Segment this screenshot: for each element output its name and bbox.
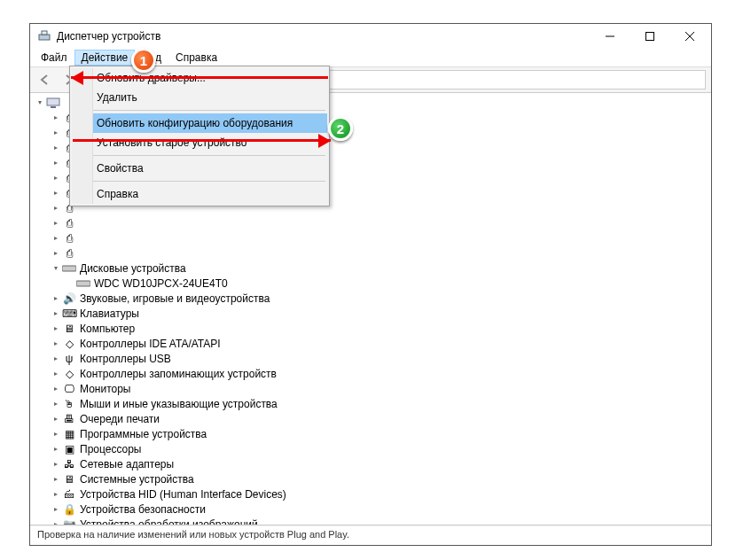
hid-icon: 🖮: [62, 487, 76, 502]
status-bar: Проверка на наличие изменений или новых …: [30, 525, 711, 545]
tree-label: Контроллеры IDE ATA/ATAPI: [80, 338, 221, 350]
security-icon: 🔒: [62, 502, 76, 517]
tree-label: Программные устройства: [80, 428, 207, 440]
mouse-icon: 🖱: [62, 397, 76, 411]
menu-file[interactable]: Файл: [34, 50, 74, 66]
maximize-button[interactable]: [630, 24, 669, 49]
tree-node[interactable]: ▸⎙: [30, 215, 711, 230]
tree-node[interactable]: ▸🖥Системные устройства: [30, 471, 711, 486]
tree-leaf-disk[interactable]: WDC WD10JPCX-24UE4T0: [30, 276, 711, 291]
network-icon: 🖧: [62, 457, 76, 471]
tree-label: Контроллеры USB: [80, 353, 171, 365]
app-icon: [37, 29, 51, 43]
software-icon: ▦: [62, 427, 76, 441]
tree-label: Звуковые, игровые и видеоустройства: [80, 292, 270, 305]
callout-marker-1: 1: [131, 48, 156, 73]
controller-icon: ◇: [62, 337, 76, 351]
tree-node-disk-drives[interactable]: ▾Дисковые устройства: [30, 261, 711, 276]
menu-scan-hardware[interactable]: Обновить конфигурацию оборудования: [72, 113, 327, 133]
keyboard-icon: ⌨: [62, 307, 76, 321]
tree-label: Мыши и иные указывающие устройства: [80, 398, 278, 410]
tree-node[interactable]: ▸🔒Устройства безопасности: [30, 502, 711, 517]
menu-properties[interactable]: Свойства: [72, 159, 327, 178]
monitor-icon: 🖵: [62, 382, 76, 396]
tree-node[interactable]: ▸◇Контроллеры запоминающих устройств: [30, 366, 711, 381]
computer-icon: [46, 96, 60, 110]
callout-arrowhead-2: [318, 134, 331, 148]
tree-node[interactable]: ▸🖵Мониторы: [30, 381, 711, 396]
device-icon: ⎙: [62, 231, 76, 245]
menu-add-legacy[interactable]: Установить старое устройство: [72, 133, 327, 152]
disk-icon: [76, 276, 90, 291]
tree-label: Дисковые устройства: [80, 262, 186, 275]
menu-separator: [74, 155, 325, 156]
window-title: Диспетчер устройств: [57, 30, 590, 43]
svg-rect-9: [51, 106, 56, 108]
svg-rect-10: [62, 266, 76, 271]
tree-label: Сетевые адаптеры: [80, 458, 174, 471]
device-icon: ⎙: [62, 246, 76, 261]
tree-node[interactable]: ▸⌨Клавиатуры: [30, 306, 711, 321]
menu-icon-column: [72, 68, 93, 204]
tree-label: Устройства обработки изображений: [80, 518, 258, 526]
tree-node[interactable]: ▸◇Контроллеры IDE ATA/ATAPI: [30, 336, 711, 351]
system-icon: 🖥: [62, 472, 76, 486]
menu-label: Удалить: [97, 91, 137, 104]
tree-node[interactable]: ▸🖶Очереди печати: [30, 411, 711, 426]
tree-node[interactable]: ▸⎙: [30, 230, 711, 245]
menu-help[interactable]: Справка: [168, 50, 224, 66]
tree-node[interactable]: ▸ψКонтроллеры USB: [30, 351, 711, 366]
menu-help[interactable]: Справка: [72, 184, 327, 204]
tree-node[interactable]: ▸🖮Устройства HID (Human Interface Device…: [30, 486, 711, 502]
tree-label: Очереди печати: [80, 413, 160, 425]
menu-separator: [74, 110, 325, 111]
storage-icon: ◇: [62, 367, 76, 381]
callout-arrow-1: [71, 76, 328, 79]
svg-rect-0: [39, 35, 50, 40]
tree-label: Клавиатуры: [80, 307, 139, 320]
tree-node[interactable]: ▸▦Программные устройства: [30, 426, 711, 441]
device-icon: ⎙: [62, 216, 76, 230]
tree-node[interactable]: ▸🖧Сетевые адаптеры: [30, 456, 711, 471]
menu-separator: [74, 181, 325, 182]
menu-label: Обновить конфигурацию оборудования: [97, 117, 293, 129]
tree-node[interactable]: ▸🔊Звуковые, игровые и видеоустройства: [30, 291, 711, 306]
tree-label: Компьютер: [80, 323, 135, 335]
menu-label: Справка: [97, 188, 138, 200]
tree-node[interactable]: ▸🖱Мыши и иные указывающие устройства: [30, 396, 711, 411]
tree-label: Контроллеры запоминающих устройств: [80, 368, 277, 380]
tree-node[interactable]: ▸🖥Компьютер: [30, 321, 711, 336]
tree-label: Устройства HID (Human Interface Devices): [80, 488, 286, 501]
callout-marker-2: 2: [328, 116, 353, 141]
tree-label: Мониторы: [80, 383, 130, 395]
close-button[interactable]: [669, 24, 709, 49]
computer-icon: 🖥: [62, 322, 76, 336]
callout-arrow-2: [73, 139, 331, 142]
usb-icon: ψ: [62, 352, 76, 366]
svg-rect-11: [76, 281, 90, 286]
menu-label: Свойства: [97, 162, 144, 175]
svg-rect-8: [47, 98, 59, 105]
imaging-icon: 📷: [62, 517, 76, 526]
tree-node[interactable]: ▸📷Устройства обработки изображений: [30, 517, 711, 525]
minimize-button[interactable]: [590, 24, 630, 49]
disk-icon: [62, 261, 76, 276]
action-menu-dropdown: Обновить драйверы... Удалить Обновить ко…: [69, 66, 330, 206]
menu-action[interactable]: Действие: [74, 50, 136, 66]
svg-rect-1: [42, 31, 47, 35]
tree-label: Системные устройства: [80, 473, 194, 486]
tree-node[interactable]: ▸⎙: [30, 245, 711, 261]
titlebar[interactable]: Диспетчер устройств: [30, 24, 711, 49]
tree-label: WDC WD10JPCX-24UE4T0: [94, 277, 228, 290]
svg-rect-3: [645, 33, 653, 41]
callout-arrowhead-1: [71, 71, 83, 85]
menu-remove[interactable]: Удалить: [72, 88, 327, 107]
tree-node[interactable]: ▸▣Процессоры: [30, 441, 711, 456]
tree-label: Процессоры: [80, 443, 142, 455]
audio-icon: 🔊: [62, 292, 76, 306]
back-button[interactable]: [35, 70, 55, 89]
cpu-icon: ▣: [62, 442, 76, 456]
tree-label: Устройства безопасности: [80, 503, 206, 516]
printer-icon: 🖶: [62, 412, 76, 426]
